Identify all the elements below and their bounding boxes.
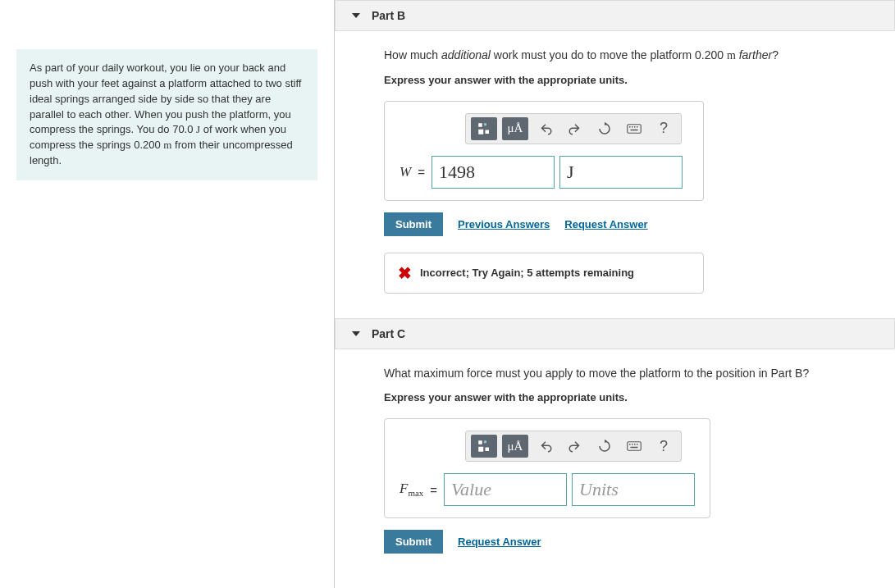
reset-button[interactable]	[592, 435, 617, 457]
svg-rect-13	[486, 448, 490, 452]
help-button[interactable]: ?	[651, 435, 676, 457]
svg-rect-12	[478, 447, 483, 452]
redo-button[interactable]	[563, 435, 587, 457]
reset-icon	[597, 439, 612, 454]
mu-angstrom-icon: μÅ	[508, 440, 523, 454]
svg-rect-15	[629, 444, 631, 445]
part-c-instruction: Express your answer with the appropriate…	[384, 391, 870, 403]
part-c-submit-button[interactable]: Submit	[384, 530, 443, 554]
part-b-submit-button[interactable]: Submit	[384, 212, 443, 236]
part-c-answer-box: μÅ ? Fmax =	[384, 418, 710, 518]
reset-icon	[597, 121, 612, 136]
undo-icon	[538, 439, 553, 454]
equals-sign: =	[418, 165, 425, 179]
part-b-question: How much additional work must you do to …	[384, 48, 870, 64]
part-c-units-input[interactable]	[572, 473, 695, 506]
undo-icon	[538, 121, 553, 136]
keyboard-button[interactable]	[622, 118, 646, 139]
part-b-previous-answers-link[interactable]: Previous Answers	[458, 218, 550, 230]
redo-icon	[568, 439, 582, 454]
svg-rect-6	[632, 126, 633, 128]
templates-icon	[477, 439, 491, 454]
svg-rect-16	[632, 444, 633, 445]
part-c-request-answer-link[interactable]: Request Answer	[458, 536, 541, 548]
caret-down-icon	[352, 13, 360, 18]
svg-rect-17	[634, 444, 636, 445]
part-b-value-input[interactable]	[432, 156, 555, 189]
undo-button[interactable]	[533, 435, 558, 457]
symbols-button[interactable]: μÅ	[502, 435, 528, 458]
part-c-variable: Fmax	[400, 481, 423, 498]
undo-button[interactable]	[533, 118, 558, 139]
part-b-answer-box: μÅ ? W =	[384, 101, 704, 201]
part-b-request-answer-link[interactable]: Request Answer	[564, 218, 647, 230]
help-button[interactable]: ?	[651, 118, 676, 139]
keyboard-icon	[627, 439, 642, 454]
part-b-variable: W	[400, 164, 411, 180]
svg-rect-19	[631, 447, 638, 449]
part-b-instruction: Express your answer with the appropriate…	[384, 74, 870, 86]
svg-rect-8	[637, 126, 638, 128]
mu-angstrom-icon: μÅ	[508, 121, 523, 135]
part-b-units-input[interactable]	[559, 156, 683, 189]
templates-icon	[477, 121, 491, 136]
svg-rect-18	[637, 444, 638, 445]
redo-icon	[568, 121, 582, 136]
svg-rect-0	[478, 123, 482, 127]
keyboard-button[interactable]	[622, 435, 646, 457]
toolbar: μÅ ?	[465, 431, 682, 462]
part-c-value-input[interactable]	[444, 473, 567, 506]
part-c-header[interactable]: Part C	[335, 318, 895, 349]
part-c-question: What maximum force must you apply to mov…	[384, 366, 870, 382]
part-b-feedback: ✖ Incorrect; Try Again; 5 attempts remai…	[384, 253, 704, 294]
templates-button[interactable]	[471, 435, 497, 458]
problem-statement: As part of your daily workout, you lie o…	[16, 49, 317, 180]
equals-sign: =	[430, 483, 437, 497]
svg-rect-11	[484, 440, 486, 443]
svg-rect-3	[486, 130, 490, 134]
toolbar: μÅ ?	[465, 113, 682, 144]
incorrect-x-icon: ✖	[398, 263, 412, 283]
svg-rect-5	[629, 126, 631, 128]
part-b-feedback-text: Incorrect; Try Again; 5 attempts remaini…	[420, 267, 634, 279]
redo-button[interactable]	[563, 118, 587, 139]
templates-button[interactable]	[471, 117, 497, 140]
part-c-body: What maximum force must you apply to mov…	[335, 349, 895, 579]
part-b-label: Part B	[372, 9, 405, 22]
keyboard-icon	[627, 121, 642, 136]
svg-rect-10	[478, 440, 482, 444]
symbols-button[interactable]: μÅ	[502, 117, 528, 140]
part-b-header[interactable]: Part B	[335, 0, 895, 31]
caret-down-icon	[352, 331, 360, 336]
part-b-body: How much additional work must you do to …	[335, 31, 895, 318]
reset-button[interactable]	[592, 118, 617, 139]
svg-rect-14	[628, 442, 642, 451]
problem-unit-m: m	[163, 139, 171, 151]
svg-rect-4	[628, 124, 642, 133]
part-c-label: Part C	[372, 327, 405, 340]
svg-rect-2	[478, 129, 483, 134]
svg-rect-9	[631, 129, 638, 130]
svg-rect-7	[634, 126, 636, 128]
svg-rect-1	[484, 123, 486, 125]
